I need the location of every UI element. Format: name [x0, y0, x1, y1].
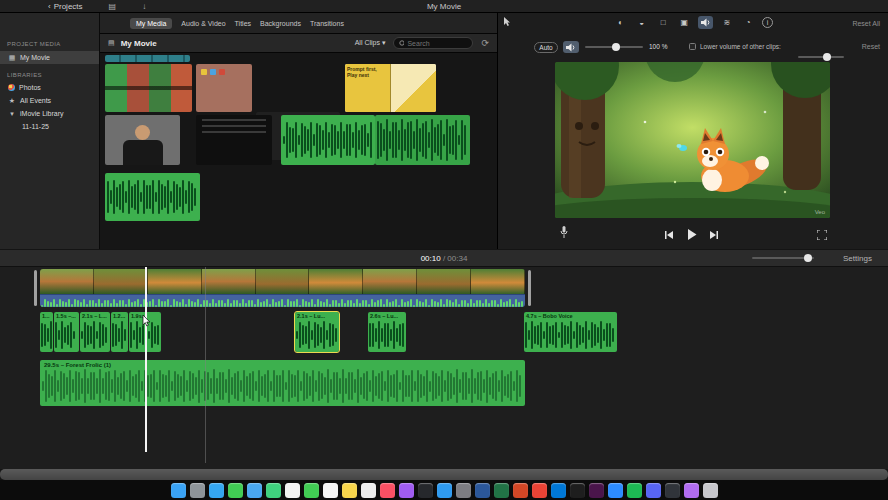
stabilization-icon[interactable]: ▣	[677, 16, 692, 29]
timeline-audio-clip[interactable]: 1.5s –...	[54, 312, 79, 352]
imovie-icon[interactable]	[684, 483, 699, 498]
powerpoint-icon[interactable]	[513, 483, 528, 498]
search-input[interactable]	[407, 40, 467, 47]
speed-icon[interactable]: ◔	[741, 16, 756, 29]
obs-icon[interactable]	[665, 483, 680, 498]
sidebar-item-my-movie[interactable]: ▦ My Movie	[0, 51, 99, 64]
clip-label: 1...	[40, 312, 53, 319]
reset-button[interactable]: Reset	[862, 43, 880, 50]
launchpad-icon[interactable]	[190, 483, 205, 498]
media-thumbnail[interactable]	[196, 115, 272, 165]
vscode-icon[interactable]	[551, 483, 566, 498]
trim-handle-right[interactable]	[528, 270, 531, 306]
app-store-icon[interactable]	[437, 483, 452, 498]
messages-icon[interactable]	[228, 483, 243, 498]
trash-icon[interactable]	[703, 483, 718, 498]
podcasts-icon[interactable]	[399, 483, 414, 498]
tab-transitions[interactable]: Transitions	[310, 20, 344, 27]
sidebar-toggle-icon[interactable]: ▤	[108, 39, 115, 47]
tab-audio-video[interactable]: Audio & Video	[181, 20, 225, 27]
media-thumbnail[interactable]	[196, 64, 252, 112]
voiceover-mic-icon[interactable]	[560, 226, 568, 239]
sidebar-item-event-date[interactable]: 11-11-25	[0, 120, 99, 133]
refresh-icon[interactable]: ⟳	[481, 38, 489, 48]
settings-button[interactable]: Settings	[843, 254, 872, 263]
waveform-bar	[422, 123, 424, 157]
maps-icon[interactable]	[266, 483, 281, 498]
volume-icon[interactable]	[698, 16, 713, 29]
music-icon[interactable]	[380, 483, 395, 498]
clip-info-icon[interactable]: i	[762, 17, 773, 28]
photos-icon[interactable]	[285, 483, 300, 498]
media-thumbnail[interactable]	[375, 115, 470, 165]
timeline-video-clip[interactable]	[40, 269, 525, 307]
waveform-bar	[326, 330, 328, 341]
zoom-slider-knob[interactable]	[804, 254, 812, 262]
media-thumbnail[interactable]	[105, 173, 200, 221]
noise-reduction-icon[interactable]: ≋	[719, 16, 734, 29]
media-thumbnail[interactable]	[105, 55, 190, 62]
calendar-icon[interactable]	[323, 483, 338, 498]
sidebar-item-all-events[interactable]: ★ All Events	[0, 94, 99, 107]
playhead[interactable]	[145, 267, 147, 452]
tv-icon[interactable]	[418, 483, 433, 498]
media-thumbnail[interactable]	[105, 64, 192, 112]
reminders-icon[interactable]	[361, 483, 376, 498]
waveform-bar	[441, 370, 443, 403]
timeline-audio-clip-selected[interactable]: 2.1s – Lu...	[295, 312, 339, 352]
volume-speaker-button[interactable]	[563, 41, 579, 53]
pointer-tool-icon[interactable]	[503, 17, 511, 27]
waveform-bar	[60, 371, 62, 401]
excel-icon[interactable]	[494, 483, 509, 498]
previous-frame-button[interactable]	[664, 231, 674, 239]
timeline-zoom-slider[interactable]	[752, 253, 814, 263]
volume-slider-knob[interactable]	[612, 43, 620, 51]
waveform-bar	[287, 299, 289, 307]
media-thumbnail[interactable]	[281, 115, 375, 165]
waveform-bar	[206, 300, 208, 307]
mail-icon[interactable]	[247, 483, 262, 498]
next-frame-button[interactable]	[709, 231, 719, 239]
lower-volume-checkbox[interactable]	[689, 43, 696, 50]
tab-my-media[interactable]: My Media	[130, 18, 172, 29]
timeline-audio-clip[interactable]: 1...	[40, 312, 53, 352]
tab-backgrounds[interactable]: Backgrounds	[260, 20, 301, 27]
zoom-icon[interactable]	[608, 483, 623, 498]
trim-handle-left[interactable]	[34, 270, 37, 306]
waveform-bar	[121, 321, 123, 349]
lower-volume-slider[interactable]	[798, 52, 844, 62]
timeline-audio-clip[interactable]: 4.7s – Bobo Voice	[524, 312, 617, 352]
waveform-bar	[558, 332, 560, 339]
facetime-icon[interactable]	[304, 483, 319, 498]
spotify-icon[interactable]	[627, 483, 642, 498]
terminal-icon[interactable]	[570, 483, 585, 498]
search-field[interactable]	[393, 37, 473, 49]
media-thumbnail[interactable]	[105, 115, 180, 165]
timeline-audio-clip[interactable]: 2.1s – L...	[80, 312, 110, 352]
volume-slider[interactable]	[585, 42, 643, 52]
timeline-audio-clip[interactable]: 1.2...	[111, 312, 128, 352]
word-icon[interactable]	[475, 483, 490, 498]
play-button[interactable]	[687, 229, 697, 240]
lower-volume-slider-knob[interactable]	[823, 53, 831, 61]
slack-icon[interactable]	[589, 483, 604, 498]
tab-titles[interactable]: Titles	[235, 20, 251, 27]
safari-icon[interactable]	[209, 483, 224, 498]
finder-icon[interactable]	[171, 483, 186, 498]
timeline-music-clip[interactable]: 29.5s – Forest Frolic (1)	[40, 360, 525, 406]
color-balance-icon[interactable]: ◐	[613, 16, 628, 29]
system-settings-icon[interactable]	[456, 483, 471, 498]
notes-icon[interactable]	[342, 483, 357, 498]
color-correction-icon[interactable]: ◒	[634, 16, 649, 29]
clip-filter-dropdown[interactable]: All Clips ▾	[355, 39, 386, 47]
media-thumbnail[interactable]: Prompt first, Play next	[345, 64, 436, 112]
sidebar-item-imovie-library[interactable]: ▾ iMovie Library	[0, 107, 99, 120]
chrome-icon[interactable]	[532, 483, 547, 498]
reset-all-button[interactable]: Reset All	[852, 20, 880, 27]
timeline-audio-clip[interactable]: 2.6s – Lu...	[368, 312, 406, 352]
sidebar-item-photos[interactable]: Photos	[0, 81, 99, 94]
discord-icon[interactable]	[646, 483, 661, 498]
auto-volume-button[interactable]: Auto	[534, 42, 558, 53]
crop-icon[interactable]: □	[656, 16, 671, 29]
fullscreen-icon[interactable]	[817, 230, 827, 240]
